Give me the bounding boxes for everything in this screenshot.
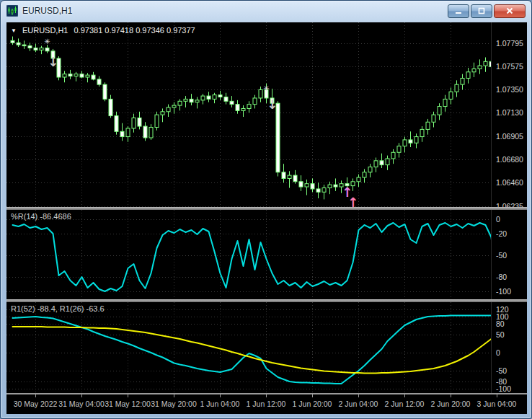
chart-ohlc-values: 0.97381 0.97418 0.97346 0.97377 [74,26,195,35]
time-axis-label: 31 May 12:00 [105,400,151,408]
wpr-indicator-canvas[interactable] [6,210,491,299]
time-axis-label: 30 May 2022 [12,400,58,408]
r1-axis-label: -100 [496,384,511,393]
time-tick [220,394,221,397]
price-axis-label: 1.07130 [496,108,523,117]
minimize-icon [455,8,462,14]
r1-line-1 [13,316,492,384]
time-axis-label: 31 May 20:00 [151,400,197,408]
panel-divider[interactable] [6,299,527,302]
sell-arrow-1: ↓ [48,54,58,69]
window-controls [448,4,526,18]
sell-arrow-2: ↓ [267,97,278,112]
r1-axis-label: 50 [496,330,505,339]
r1-indicator-canvas[interactable] [6,302,491,393]
time-axis-label: 1 Jun 20:00 [289,400,335,408]
wpr-indicator-label: %R(14) -86.4686 [11,212,71,221]
window-title: EURUSD,H1 [22,6,72,16]
grid [6,210,491,299]
sell-signal-star-2: ✳ [263,84,269,92]
time-axis-label: 1 Jun 04:00 [197,400,243,408]
time-axis-label: 1 Jun 12:00 [243,400,289,408]
time-axis-label: 31 May 04:00 [58,400,105,408]
time-axis-label: 2 Jun 04:00 [335,400,381,408]
buy-arrow-2: ↑ [347,195,358,207]
wpr-line [13,223,492,291]
sell-signal-star-1: ✳ [44,38,50,45]
maximize-icon [478,7,485,14]
time-axis[interactable]: 30 May 202231 May 04:0031 May 12:0031 Ma… [6,393,527,414]
minimize-button[interactable] [448,4,469,18]
price-axis-label: 1.07795 [496,39,523,48]
time-tick [266,394,267,397]
time-tick [174,394,174,397]
time-tick [404,394,405,397]
r1-axis-label: 80 [496,319,505,328]
candlesticks [11,37,491,200]
grid [6,302,491,393]
time-tick [128,394,128,397]
chart-ohlc-header: ▼ EURUSD,H1 0.97381 0.97418 0.97346 0.97… [11,26,195,35]
wpr-axis-label: 0 [496,215,500,224]
price-axis-label: 1.07575 [496,62,523,71]
close-icon [506,7,513,14]
time-axis-label: 2 Jun 12:00 [381,400,427,408]
wpr-axis-label: -80 [496,273,507,281]
price-axis-label: 1.07350 [496,85,523,94]
r1-indicator-label: R1(52) -88.4, R1(26) -63.6 [11,304,105,313]
time-tick [497,394,497,397]
time-axis-label: 3 Jun 04:00 [474,400,520,408]
chart-dropdown-triangle-icon[interactable]: ▼ [11,27,17,34]
price-chart-canvas[interactable]: ✳↓✳↓↑↑ [6,22,491,207]
grid [6,22,491,207]
mt4-chart-window: EURUSD,H1 ✳↓✳↓↑↑ ▼ EUR [0,0,532,419]
r1-axis-label: -50 [496,366,507,375]
close-button[interactable] [494,4,526,18]
time-tick [358,394,359,397]
wpr-axis-label: -100 [496,287,511,296]
time-tick [451,394,451,397]
time-axis-label: 2 Jun 20:00 [427,400,474,408]
r1-line-2 [13,327,492,374]
panel-divider[interactable] [6,207,527,210]
chart-window-icon [6,5,18,17]
time-tick [81,394,82,397]
wpr-axis-label: -20 [496,229,507,238]
price-axis-label: 1.06460 [496,178,523,187]
wpr-axis-label: -50 [496,251,507,260]
r1-axis-label: 0 [496,348,500,357]
price-axis-label: 1.06680 [496,155,523,164]
window-titlebar[interactable]: EURUSD,H1 [2,1,530,21]
price-axis-label: 1.06905 [496,132,523,141]
chart-area: ✳↓✳↓↑↑ ▼ EURUSD,H1 0.97381 0.97418 0.973… [6,22,527,414]
chart-symbol-label: EURUSD,H1 [22,26,68,35]
time-tick [312,394,313,397]
maximize-button[interactable] [471,4,492,18]
signal-markers: ✳↓✳↓↑↑ [44,38,358,207]
time-tick [35,394,36,397]
